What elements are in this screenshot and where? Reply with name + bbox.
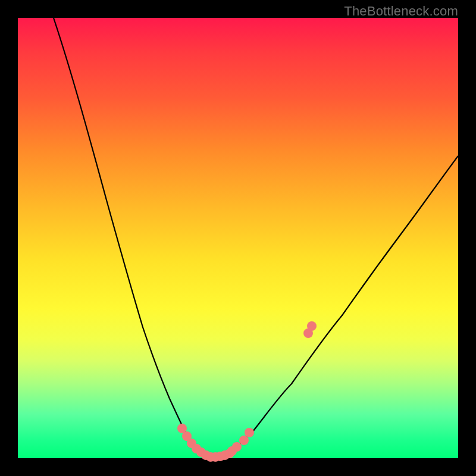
marker-pill [286,357,295,373]
chart-frame: TheBottleneck.com [0,0,476,476]
marker-group-bottom [187,439,234,462]
marker-dot [245,428,254,437]
marker-pill [163,387,170,403]
marker-dot [307,321,317,331]
marker-pill [298,339,305,353]
marker-dot [232,442,242,452]
marker-group-right [227,321,317,456]
marker-dot [239,436,249,445]
bottleneck-curve-chart [18,18,458,458]
watermark-text: TheBottleneck.com [344,4,458,19]
marker-pill [173,408,178,421]
marker-group-left [129,280,192,441]
marker-pill [273,377,283,395]
bottleneck-curve-line [54,18,458,457]
